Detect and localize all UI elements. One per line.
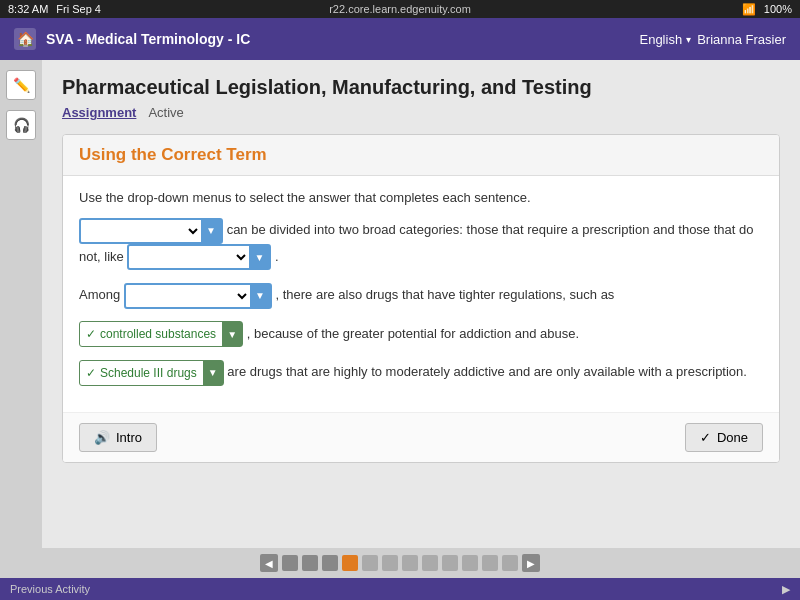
done-button[interactable]: ✓ Done	[685, 423, 763, 452]
done-check-icon: ✓	[700, 430, 711, 445]
exercise-title: Using the Correct Term	[79, 145, 763, 165]
page-dot-11[interactable]	[482, 555, 498, 571]
previous-activity-button[interactable]: Previous Activity	[10, 583, 90, 595]
answered-dropdown-2[interactable]: ✓ Schedule III drugs ▼	[79, 360, 224, 386]
headphones-icon: 🎧	[13, 117, 30, 133]
page-dot-5[interactable]	[362, 555, 378, 571]
page-dot-12[interactable]	[502, 555, 518, 571]
exercise-header: Using the Correct Term	[63, 135, 779, 176]
answered-label-1: controlled substances	[100, 322, 216, 346]
breadcrumb-assignment[interactable]: Assignment	[62, 105, 136, 120]
footer-right-arrow[interactable]: ▶	[782, 583, 790, 596]
dropdown-1[interactable]: Drugs Medications ▼	[79, 218, 223, 244]
page-dot-6[interactable]	[382, 555, 398, 571]
page-dot-7[interactable]	[402, 555, 418, 571]
language-label: English	[639, 32, 682, 47]
next-page-button[interactable]: ▶	[522, 554, 540, 572]
bottom-footer: Previous Activity ▶	[0, 578, 800, 600]
pencil-icon: ✏️	[13, 77, 30, 93]
page-dot-3[interactable]	[322, 555, 338, 571]
nav-title: SVA - Medical Terminology - IC	[46, 31, 250, 47]
breadcrumb-status: Active	[148, 105, 183, 120]
wifi-icon: 📶	[742, 3, 756, 16]
dropdown-2-arrow[interactable]: ▼	[249, 246, 269, 268]
sidebar: ✏️ 🎧	[0, 60, 42, 548]
pencil-button[interactable]: ✏️	[6, 70, 36, 100]
sentence-2-before: Among	[79, 287, 120, 302]
top-nav: 🏠 SVA - Medical Terminology - IC English…	[0, 18, 800, 60]
prev-activity-label: Previous Activity	[10, 583, 90, 595]
user-name: Brianna Frasier	[697, 32, 786, 47]
breadcrumb: Assignment Active	[62, 105, 780, 120]
page-dot-2[interactable]	[302, 555, 318, 571]
dropdown-2-select[interactable]: OTC drugs vitamins	[129, 246, 249, 268]
right-arrow-icon: ▶	[782, 583, 790, 595]
dropdown-3[interactable]: prescription drugs OTC drugs ▼	[124, 283, 272, 309]
intro-button[interactable]: 🔊 Intro	[79, 423, 157, 452]
sentence-1: Drugs Medications ▼ can be divided into …	[79, 217, 763, 270]
content-panel: Pharmaceutical Legislation, Manufacturin…	[42, 60, 800, 548]
exercise-body: Use the drop-down menus to select the an…	[63, 176, 779, 412]
chevron-down-icon: ▾	[686, 34, 691, 45]
answered-dropdown-1-arrow[interactable]: ▼	[222, 322, 242, 346]
card-footer: 🔊 Intro ✓ Done	[63, 412, 779, 462]
instructions: Use the drop-down menus to select the an…	[79, 190, 763, 205]
page-dot-8[interactable]	[422, 555, 438, 571]
dropdown-2[interactable]: OTC drugs vitamins ▼	[127, 244, 271, 270]
sentence-1-end: .	[275, 249, 279, 264]
check-icon-2: ✓	[86, 361, 96, 385]
next-arrow-icon: ▶	[527, 558, 535, 569]
home-icon: 🏠	[17, 31, 34, 47]
headphones-button[interactable]: 🎧	[6, 110, 36, 140]
prev-page-button[interactable]: ◀	[260, 554, 278, 572]
dropdown-3-select[interactable]: prescription drugs OTC drugs	[126, 285, 250, 307]
page-dot-9[interactable]	[442, 555, 458, 571]
dropdown-3-arrow[interactable]: ▼	[250, 285, 270, 307]
check-icon-1: ✓	[86, 322, 96, 346]
page-dot-10[interactable]	[462, 555, 478, 571]
battery-display: 100%	[764, 3, 792, 15]
sentence-3-middle: , because of the greater potential for a…	[247, 326, 579, 341]
done-label: Done	[717, 430, 748, 445]
speaker-icon: 🔊	[94, 430, 110, 445]
sentence-4: ✓ Schedule III drugs ▼ are drugs that ar…	[79, 359, 763, 386]
sentence-2-middle: , there are also drugs that have tighter…	[275, 287, 614, 302]
dropdown-1-select[interactable]: Drugs Medications	[81, 220, 201, 242]
url-display: r22.core.learn.edgenuity.com	[329, 3, 471, 15]
page-dot-4[interactable]	[342, 555, 358, 571]
pagination-bar: ◀ ▶	[0, 548, 800, 578]
page-dot-1[interactable]	[282, 555, 298, 571]
sentence-4-end: are drugs that are highly to moderately …	[227, 364, 747, 379]
answered-dropdown-2-arrow[interactable]: ▼	[203, 361, 223, 385]
answered-dropdown-1[interactable]: ✓ controlled substances ▼	[79, 321, 243, 347]
main-content: ✏️ 🎧 Pharmaceutical Legislation, Manufac…	[0, 60, 800, 548]
answered-label-2: Schedule III drugs	[100, 361, 197, 385]
language-selector[interactable]: English ▾	[639, 32, 691, 47]
prev-arrow-icon: ◀	[265, 558, 273, 569]
date-display: Fri Sep 4	[56, 3, 101, 15]
exercise-card: Using the Correct Term Use the drop-down…	[62, 134, 780, 463]
dropdown-1-arrow[interactable]: ▼	[201, 220, 221, 242]
sentence-2: Among prescription drugs OTC drugs ▼ , t…	[79, 282, 763, 309]
status-bar: 8:32 AM Fri Sep 4 r22.core.learn.edgenui…	[0, 0, 800, 18]
time-display: 8:32 AM	[8, 3, 48, 15]
page-title: Pharmaceutical Legislation, Manufacturin…	[62, 76, 780, 99]
home-button[interactable]: 🏠	[14, 28, 36, 50]
sentence-3: ✓ controlled substances ▼ , because of t…	[79, 321, 763, 348]
intro-label: Intro	[116, 430, 142, 445]
